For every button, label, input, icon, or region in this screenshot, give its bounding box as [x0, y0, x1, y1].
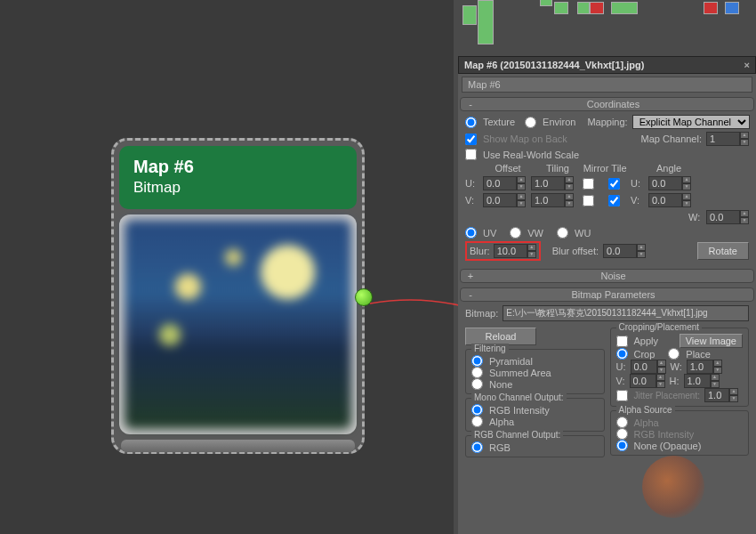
map-channel-spinner[interactable]: ▲▼ [706, 132, 749, 146]
v-offset[interactable]: ▲▼ [483, 193, 526, 207]
radio-none[interactable] [471, 378, 483, 390]
radio-place[interactable] [668, 348, 680, 360]
close-icon[interactable]: × [744, 60, 750, 70]
group-cropping: Cropping/Placement Apply View Image Crop… [610, 328, 750, 407]
blur-highlight: Blur: ▲▼ [465, 241, 541, 261]
chk-show-map[interactable] [465, 134, 477, 145]
node-title: Map #6 [133, 157, 342, 177]
collapse-icon: - [466, 289, 475, 300]
crop-h[interactable]: ▲▼ [684, 374, 720, 388]
rollout-coordinates: - Coordinates Texture Environ Mapping: E… [460, 97, 754, 264]
jitter-spinner[interactable]: ▲▼ [704, 388, 738, 402]
panel-titlebar[interactable]: Map #6 (20150131182444_Vkhxt[1].jpg) × [458, 56, 756, 74]
node-type: Bitmap [133, 179, 342, 197]
material-editor-panel: Map #6 (20150131182444_Vkhxt[1].jpg) × M… [458, 56, 756, 534]
group-alpha-source: Alpha Source Alpha RGB Intensity None (O… [610, 410, 750, 456]
rollout-header-coordinates[interactable]: - Coordinates [460, 97, 754, 111]
w-angle[interactable]: ▲▼ [706, 210, 749, 224]
radio-environ[interactable] [525, 117, 536, 128]
radio-uv[interactable] [465, 227, 477, 239]
crop-u[interactable]: ▲▼ [631, 360, 666, 374]
crop-w[interactable]: ▲▼ [687, 360, 722, 374]
v-mirror[interactable] [583, 195, 594, 206]
radio-crop[interactable] [616, 348, 628, 360]
group-rgb-output: RGB Channel Output: RGB [465, 435, 605, 457]
watermark-badge [642, 456, 704, 518]
u-mirror[interactable] [583, 178, 594, 190]
radio-alpha-alpha[interactable] [616, 417, 628, 428]
v-angle[interactable]: ▲▼ [648, 193, 691, 207]
radio-pyramidal[interactable] [471, 355, 483, 367]
chk-apply[interactable] [616, 336, 628, 347]
rollout-header-noise[interactable]: + Noise [460, 269, 754, 283]
panel-title: Map #6 (20150131182444_Vkhxt[1].jpg) [464, 60, 644, 70]
radio-summed[interactable] [471, 367, 483, 378]
rollout-bitmap-params: - Bitmap Parameters Bitmap: E:\小一\教程\马赛克… [460, 287, 754, 461]
timeline-strip [458, 0, 756, 53]
mapping-combo[interactable]: Explicit Map Channel [632, 115, 750, 129]
u-tile[interactable] [608, 178, 620, 190]
radio-mono-alpha[interactable] [471, 416, 483, 427]
v-tiling[interactable]: ▲▼ [531, 193, 574, 207]
chk-real-world[interactable] [465, 149, 477, 160]
group-filtering: Filtering Pyramidal Summed Area None [465, 349, 605, 394]
u-angle[interactable]: ▲▼ [648, 176, 691, 190]
u-tiling[interactable]: ▲▼ [531, 176, 574, 190]
radio-vw[interactable] [510, 227, 521, 239]
node-wire [370, 297, 459, 310]
reload-button[interactable]: Reload [465, 328, 536, 345]
bitmap-path-field[interactable]: E:\小一\教程\马赛克\20150131182444_Vkhxt[1].jpg [503, 305, 749, 321]
node-thumbnail [125, 220, 351, 429]
radio-mono-rgb[interactable] [471, 404, 483, 416]
map-name-field[interactable]: Map #6 [462, 77, 752, 93]
node-footer [121, 440, 355, 452]
chk-jitter[interactable] [616, 390, 628, 401]
node-map6[interactable]: Map #6 Bitmap [111, 138, 365, 454]
view-image-button[interactable]: View Image [680, 334, 743, 348]
blur-spinner[interactable]: ▲▼ [494, 244, 536, 258]
v-tile[interactable] [608, 195, 620, 206]
radio-alpha-rgb[interactable] [616, 428, 628, 440]
blur-offset-spinner[interactable]: ▲▼ [603, 244, 646, 258]
u-offset[interactable]: ▲▼ [483, 176, 526, 190]
node-graph-viewport[interactable]: Map #6 Bitmap [0, 0, 454, 534]
radio-rgbout-rgb[interactable] [471, 441, 483, 453]
group-mono-output: Mono Channel Output: RGB Intensity Alpha [465, 398, 605, 432]
rollout-header-bitmap[interactable]: - Bitmap Parameters [460, 287, 754, 302]
node-thumbnail-frame [119, 214, 357, 434]
crop-v[interactable]: ▲▼ [630, 374, 665, 388]
expand-icon: + [466, 271, 475, 281]
collapse-icon: - [466, 99, 475, 109]
rotate-button[interactable]: Rotate [697, 242, 749, 260]
radio-wu[interactable] [557, 227, 568, 239]
rollout-noise: + Noise [460, 269, 754, 283]
radio-texture[interactable] [465, 117, 477, 128]
radio-alpha-none[interactable] [616, 440, 628, 451]
